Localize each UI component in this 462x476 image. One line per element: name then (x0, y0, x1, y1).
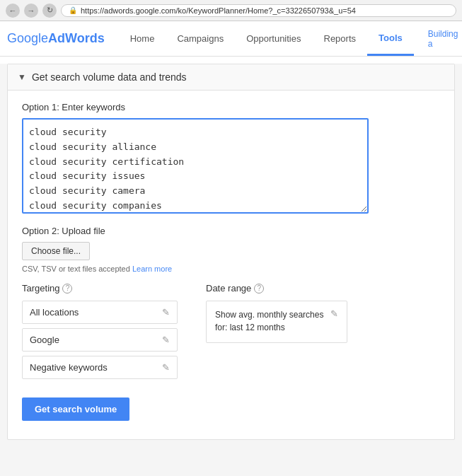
targeting-row-network[interactable]: Google ✎ (22, 328, 178, 352)
keywords-textarea[interactable] (22, 118, 369, 214)
nav-home[interactable]: Home (119, 21, 166, 56)
choose-file-button[interactable]: Choose file... (22, 242, 90, 260)
section-body: Option 1: Enter keywords Option 2: Uploa… (8, 91, 454, 439)
nav-reports[interactable]: Reports (313, 21, 368, 56)
forward-button[interactable]: → (24, 4, 38, 18)
refresh-button[interactable]: ↻ (42, 4, 57, 18)
locations-edit-icon[interactable]: ✎ (162, 307, 170, 318)
daterange-text: Show avg. monthly searches for: last 12 … (215, 308, 323, 334)
submit-area: Get search volume (22, 397, 440, 428)
targeting-title: Targeting ? (22, 283, 178, 294)
negative-keywords-label: Negative keywords (30, 362, 108, 373)
daterange-label: Date range (206, 283, 251, 294)
top-nav: Google AdWords Home Campaigns Opportunit… (0, 21, 462, 57)
logo-adwords: AdWords (48, 31, 105, 46)
file-upload-area: Choose file... (22, 242, 440, 260)
url-text: https://adwords.google.com/ko/KeywordPla… (81, 6, 356, 15)
get-search-volume-button[interactable]: Get search volume (22, 397, 129, 421)
section-header[interactable]: ▼ Get search volume data and trends (8, 64, 454, 91)
targeting-help-icon[interactable]: ? (62, 284, 72, 294)
top-right-link[interactable]: Building a (414, 29, 458, 49)
ssl-lock-icon: 🔒 (69, 6, 77, 14)
network-edit-icon[interactable]: ✎ (162, 335, 170, 345)
main-content: ▼ Get search volume data and trends Opti… (0, 64, 462, 476)
option1-label: Option 1: Enter keywords (22, 102, 440, 112)
learn-more-link[interactable]: Learn more (132, 265, 172, 273)
network-label: Google (30, 335, 59, 345)
nav-campaigns[interactable]: Campaigns (166, 21, 235, 56)
daterange-col: Date range ? Show avg. monthly searches … (206, 283, 347, 383)
daterange-line1: Show avg. monthly searches (215, 310, 323, 320)
targeting-label: Targeting (22, 283, 59, 294)
main-nav: Home Campaigns Opportunities Reports Too… (119, 21, 414, 56)
locations-label: All locations (30, 307, 79, 318)
daterange-title: Date range ? (206, 283, 347, 294)
daterange-edit-icon[interactable]: ✎ (330, 308, 338, 319)
logo-google: Google (7, 31, 48, 46)
option2-label: Option 2: Upload file (22, 226, 440, 236)
daterange-box[interactable]: Show avg. monthly searches for: last 12 … (206, 301, 347, 343)
logo: Google AdWords (7, 31, 105, 46)
targeting-row-locations[interactable]: All locations ✎ (22, 301, 178, 324)
browser-bar: ← → ↻ 🔒 https://adwords.google.com/ko/Ke… (0, 0, 462, 21)
back-button[interactable]: ← (6, 4, 20, 18)
targeting-row-negative-keywords[interactable]: Negative keywords ✎ (22, 356, 178, 379)
address-bar[interactable]: 🔒 https://adwords.google.com/ko/KeywordP… (61, 4, 456, 17)
section-panel: ▼ Get search volume data and trends Opti… (7, 64, 455, 440)
targeting-col: Targeting ? All locations ✎ Google ✎ Neg… (22, 283, 178, 383)
nav-opportunities[interactable]: Opportunities (235, 21, 312, 56)
negative-keywords-edit-icon[interactable]: ✎ (162, 362, 170, 373)
daterange-line2: for: last 12 months (215, 323, 285, 332)
nav-tools[interactable]: Tools (367, 21, 414, 56)
daterange-help-icon[interactable]: ? (254, 284, 264, 294)
file-accepted-text: CSV, TSV or text files accepted (22, 265, 130, 273)
section-title: Get search volume data and trends (32, 71, 187, 83)
targeting-section: Targeting ? All locations ✎ Google ✎ Neg… (22, 283, 440, 383)
file-hint: CSV, TSV or text files accepted Learn mo… (22, 265, 440, 273)
collapse-icon: ▼ (18, 72, 26, 82)
